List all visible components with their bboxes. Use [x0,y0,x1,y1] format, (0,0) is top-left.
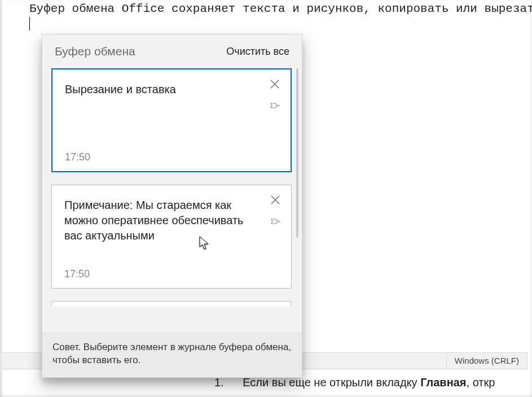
clipboard-item-time: 17:50 [65,151,90,163]
clipboard-items-list: Вырезание и вставка 17:50 [51,68,292,333]
clipboard-item[interactable] [51,301,292,307]
scrollbar[interactable] [296,68,298,333]
delete-item-button[interactable] [267,192,283,208]
clipboard-item[interactable]: Вырезание и вставка 17:50 [51,68,292,172]
popup-title: Буфер обмена [55,45,135,58]
list-number: 1. [214,376,230,389]
pin-icon [270,216,281,227]
clipboard-history-popup: Буфер обмена Очистить все Вырезание и вс… [42,34,302,378]
document-text-run: Если вы еще не открыли вкладку [243,376,420,389]
clear-all-button[interactable]: Очистить все [226,46,289,58]
pin-item-button[interactable] [267,98,283,114]
document-text-line: 1. Если вы еще не открыли вкладку Главна… [214,376,495,389]
status-line-endings[interactable]: Windows (CRLF) [446,353,527,369]
clipboard-item[interactable]: Примечание: Мы стараемся как можно опера… [51,185,292,289]
document-text-run: , откр [467,376,495,389]
text-caret [29,17,30,30]
document-text-bold: Главная [420,376,466,389]
popup-tip: Совет. Выберите элемент в журнале буфера… [42,333,302,377]
clipboard-item-text: Вырезание и вставка [65,82,278,97]
delete-item-button[interactable] [267,76,283,92]
close-icon [270,195,280,205]
clipboard-item-time: 17:50 [64,268,90,280]
pin-icon [269,100,280,111]
scrollbar-thumb[interactable] [296,68,298,238]
pin-item-button[interactable] [267,213,283,229]
document-text-line: Буфер обмена Office сохраняет текста и р… [29,2,532,15]
clipboard-item-text: Примечание: Мы стараемся как можно опера… [64,198,279,243]
close-icon [270,79,280,89]
